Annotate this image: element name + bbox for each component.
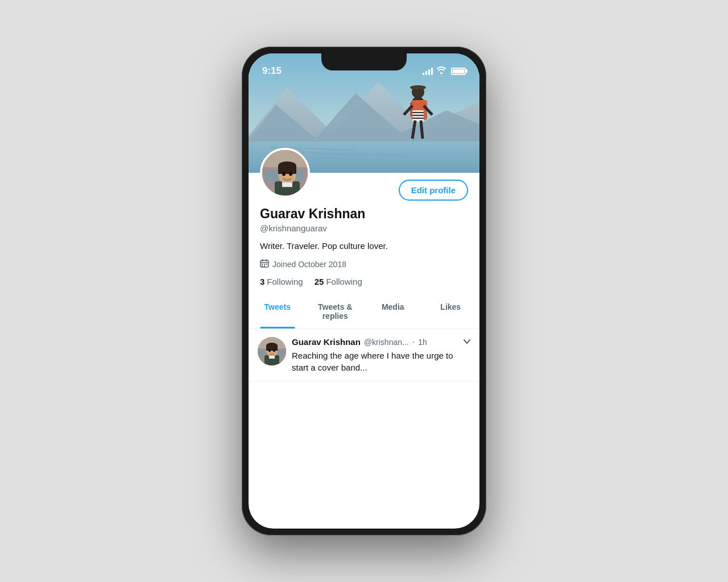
wifi-icon [436, 66, 446, 76]
signal-icon [423, 67, 433, 75]
tab-likes[interactable]: Likes [422, 294, 480, 329]
tab-media[interactable]: Media [364, 294, 422, 329]
svg-point-0 [440, 72, 442, 74]
svg-rect-40 [266, 264, 267, 265]
svg-rect-33 [282, 182, 292, 187]
tweet-time: 1h [418, 338, 427, 347]
edit-profile-button[interactable]: Edit profile [399, 180, 468, 201]
svg-rect-38 [262, 264, 263, 265]
phone-frame: 9:15 [242, 47, 486, 535]
calendar-icon [260, 259, 269, 270]
following-stat[interactable]: 3 Following [260, 277, 303, 286]
followers-stat[interactable]: 25 Following [315, 277, 362, 286]
username: @krishnanguarav [260, 223, 468, 233]
avatar [260, 148, 310, 198]
phone-notch [321, 53, 407, 70]
joined-text: Joined October 2018 [272, 260, 346, 269]
tweet-content: Guarav Krishnan @krishnan... · 1h Reachi… [292, 337, 470, 373]
tabs-row: Tweets Tweets & replies Media Likes [249, 294, 479, 329]
svg-point-31 [282, 172, 286, 176]
following-count: 3 [260, 277, 264, 286]
svg-rect-39 [264, 264, 265, 265]
svg-rect-42 [264, 265, 265, 267]
tweet-author-handle: @krishnan... [364, 338, 409, 347]
tweet-separator: · [412, 337, 415, 347]
profile-section: Edit profile Guarav Krishnan @krishnangu… [249, 173, 479, 329]
battery-icon [451, 68, 466, 75]
status-time: 9:15 [262, 65, 282, 77]
display-name: Guarav Krishnan [260, 206, 468, 222]
profile-header-row: Edit profile [249, 173, 479, 201]
tab-tweets[interactable]: Tweets [249, 294, 307, 329]
svg-rect-30 [278, 166, 296, 174]
svg-point-54 [268, 349, 271, 351]
tab-tweets-replies[interactable]: Tweets & replies [307, 294, 365, 329]
svg-point-55 [273, 349, 275, 351]
following-label: Following [267, 277, 303, 286]
svg-point-9 [410, 85, 426, 90]
tweet-text: Reaching the age where I have the urge t… [292, 350, 470, 373]
tweet-author-name: Guarav Krishnan [292, 337, 361, 347]
followers-label: Following [326, 277, 362, 286]
joined-row: Joined October 2018 [260, 259, 468, 270]
tweet-header: Guarav Krishnan @krishnan... · 1h [292, 337, 470, 347]
stats-row: 3 Following 25 Following [260, 277, 468, 286]
status-icons [423, 66, 466, 76]
svg-rect-53 [266, 346, 278, 351]
svg-rect-41 [262, 265, 263, 267]
svg-rect-56 [269, 356, 275, 359]
tweet-avatar [258, 337, 286, 365]
avatar-image [262, 150, 308, 196]
svg-line-19 [421, 120, 423, 139]
profile-info: Guarav Krishnan @krishnanguarav Writer. … [249, 201, 479, 286]
svg-rect-48 [278, 350, 283, 356]
followers-count: 25 [315, 277, 324, 286]
bio: Writer. Traveler. Pop culture lover. [260, 240, 468, 252]
phone-screen: 9:15 [249, 53, 479, 529]
tweet-item: Guarav Krishnan @krishnan... · 1h Reachi… [249, 329, 479, 382]
svg-rect-45 [259, 350, 264, 356]
svg-rect-22 [265, 170, 274, 181]
svg-point-32 [289, 172, 292, 176]
tweet-more-icon[interactable] [462, 337, 471, 348]
